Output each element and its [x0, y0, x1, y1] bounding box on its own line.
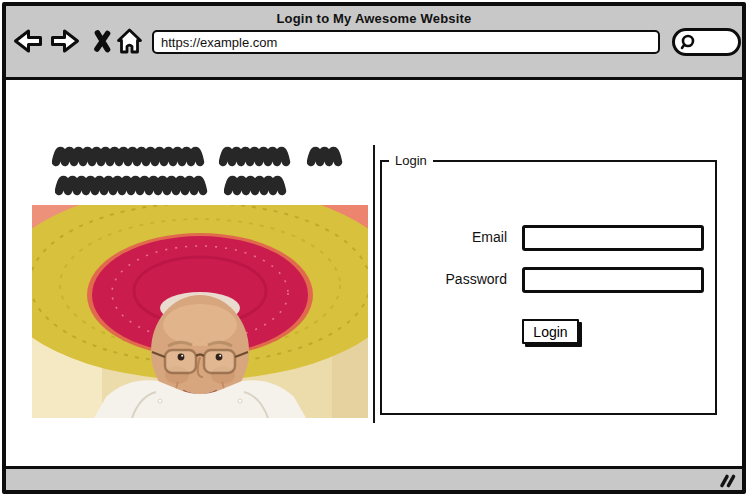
- scribble-row: [55, 170, 347, 196]
- password-label: Password: [382, 267, 507, 292]
- content-divider: [373, 145, 375, 423]
- window-title: Login to My Awesome Website: [6, 6, 742, 26]
- scribble-segment: [219, 141, 295, 167]
- email-label: Email: [382, 225, 507, 250]
- photo-elderly-woman-sombrero: [32, 205, 368, 418]
- home-button[interactable]: [116, 27, 143, 55]
- screenshot-root: Login to My Awesome Website: [0, 0, 749, 497]
- scribble-segment: [224, 170, 291, 196]
- back-arrow-icon: [12, 27, 43, 55]
- search-icon: [679, 33, 699, 52]
- forward-arrow-icon: [50, 27, 81, 55]
- close-x-icon: [93, 27, 112, 55]
- login-legend: Login: [389, 153, 433, 168]
- back-button[interactable]: [12, 27, 43, 55]
- page-content: Login Email Password Login: [6, 80, 742, 466]
- browser-window: Login to My Awesome Website: [2, 2, 746, 494]
- url-bar[interactable]: https://example.com: [152, 30, 660, 54]
- scribble-segment: [307, 141, 347, 167]
- search-box[interactable]: [672, 28, 741, 56]
- scribble-row: [52, 141, 347, 167]
- scribble-segment: [52, 141, 207, 167]
- password-field[interactable]: [522, 267, 704, 293]
- close-button[interactable]: [93, 27, 112, 55]
- login-fieldset: Login Email Password Login: [380, 153, 717, 415]
- url-text: https://example.com: [161, 35, 277, 50]
- resize-grip-icon[interactable]: [718, 472, 736, 489]
- status-bar: [6, 466, 742, 490]
- email-field[interactable]: [522, 225, 704, 251]
- login-button[interactable]: Login: [522, 319, 579, 344]
- home-icon: [116, 27, 143, 55]
- placeholder-text-scribble: [52, 141, 347, 196]
- browser-titlebar: Login to My Awesome Website: [6, 6, 742, 80]
- forward-button[interactable]: [50, 27, 81, 55]
- scribble-segment: [55, 170, 210, 196]
